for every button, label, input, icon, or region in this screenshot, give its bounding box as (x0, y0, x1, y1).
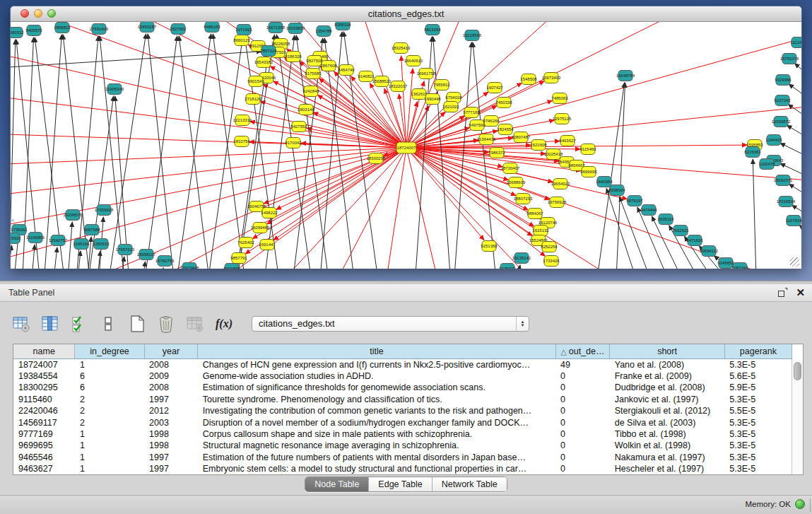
cell-short[interactable]: Stergiakouli et al. (2012) (610, 405, 725, 416)
clear-rows-icon[interactable] (98, 314, 118, 334)
cell-title[interactable]: Disruption of a novel member of a sodium… (198, 417, 555, 428)
cell-pagerank[interactable]: 5.3E-5 (724, 428, 792, 440)
cell-short[interactable]: Hescheler et al. (1997) (610, 463, 725, 474)
column-header-short[interactable]: short (610, 344, 725, 358)
graph-edge[interactable] (252, 148, 406, 238)
cell-in_degree[interactable]: 1 (75, 358, 144, 370)
cell-in_degree[interactable]: 6 (75, 382, 144, 393)
left-splitter-arrow[interactable]: ◂ (11, 216, 16, 224)
graph-edge[interactable] (11, 52, 261, 69)
table-row[interactable]: 1456911722003Disruption of a novel membe… (13, 417, 792, 428)
cell-year[interactable]: 1997 (144, 452, 198, 463)
graph-edge[interactable] (406, 148, 801, 269)
network-view-canvas[interactable]: 1872400718300295866012389129541822605898… (11, 22, 801, 269)
cell-short[interactable]: Wolkin et al. (1998) (610, 440, 725, 451)
column-header-in_degree[interactable]: in_degree (75, 344, 144, 358)
cell-out_degree[interactable]: 0 (555, 417, 610, 428)
graph-edge[interactable] (28, 22, 406, 148)
graph-edge[interactable] (143, 262, 146, 269)
column-header-name[interactable]: name (13, 344, 75, 358)
cell-year[interactable]: 1997 (144, 463, 198, 474)
cell-short[interactable]: Franke et al. (2009) (610, 370, 725, 382)
table-settings-icon[interactable] (11, 314, 31, 334)
cell-year[interactable]: 2009 (144, 370, 198, 382)
table-header-row[interactable]: namein_degreeyeartitle△out_de…shortpager… (13, 344, 792, 358)
cell-title[interactable]: Investigating the contribution of common… (198, 405, 555, 416)
graph-edge[interactable] (753, 159, 756, 269)
cell-pagerank[interactable]: 5.9E-5 (724, 382, 792, 393)
cell-title[interactable]: Structural magnetic resonance image aver… (198, 440, 555, 451)
graph-edge[interactable] (276, 148, 406, 209)
graph-edge[interactable] (597, 83, 625, 269)
cell-name[interactable]: 9115460 (13, 394, 75, 405)
new-file-icon[interactable] (127, 314, 147, 334)
delete-icon[interactable] (156, 314, 176, 334)
table-row[interactable]: 1872400712008Changes of HCN gene express… (13, 358, 792, 370)
cell-short[interactable]: Tibbo et al. (1998) (610, 428, 725, 440)
cell-title[interactable]: Estimation of the future numbers of pati… (198, 452, 555, 463)
graph-edge[interactable] (14, 148, 406, 269)
graph-edge[interactable] (452, 42, 471, 269)
graph-edge[interactable] (205, 37, 243, 269)
cell-pagerank[interactable]: 5.3E-5 (724, 452, 792, 463)
table-body[interactable]: 1872400712008Changes of HCN gene express… (13, 358, 792, 475)
cell-in_degree[interactable]: 1 (75, 452, 144, 463)
cell-name[interactable]: 9777169 (13, 428, 75, 440)
graph-edge[interactable] (100, 36, 127, 269)
tab-edge-table[interactable]: Edge Table (369, 477, 432, 491)
table-row[interactable]: 946554611997Estimation of the future num… (13, 452, 792, 463)
graph-edge[interactable] (161, 268, 163, 269)
graph-edge[interactable] (788, 105, 801, 120)
cell-year[interactable]: 2008 (144, 382, 198, 393)
table-row[interactable]: 977716911998Corpus callosum shape and si… (13, 428, 792, 440)
graph-edge[interactable] (787, 125, 801, 140)
cell-short[interactable]: Nakamura et al. (1997) (610, 452, 725, 463)
cell-title[interactable]: Genome-wide association studies in ADHD. (198, 370, 555, 382)
cell-name[interactable]: 14569117 (13, 417, 75, 428)
cell-out_degree[interactable]: 49 (555, 358, 610, 370)
graph-edge[interactable] (267, 148, 406, 224)
window-resize-grip[interactable] (790, 257, 799, 267)
cell-out_degree[interactable]: 0 (555, 394, 610, 405)
graph-edge[interactable] (406, 22, 728, 148)
cell-pagerank[interactable]: 5.3E-5 (724, 394, 792, 405)
network-window-titlebar[interactable]: citations_edges.txt (11, 6, 801, 22)
cell-name[interactable]: 19384554 (13, 370, 75, 382)
close-panel-icon[interactable]: ✕ (796, 287, 805, 298)
cell-out_degree[interactable]: 0 (555, 382, 610, 393)
column-header-out_degree[interactable]: △out_de… (555, 344, 610, 358)
cell-title[interactable]: Corpus callosum shape and size in male p… (198, 428, 555, 440)
column-header-pagerank[interactable]: pagerank (724, 344, 792, 358)
cell-out_degree[interactable]: 0 (555, 370, 610, 382)
table-scrollbar-thumb[interactable] (794, 362, 801, 380)
graph-edge[interactable] (141, 36, 177, 269)
graph-edge[interactable] (406, 30, 801, 148)
network-table-select[interactable]: citations_edges.txt ▲▼ (252, 316, 529, 332)
graph-edge[interactable] (11, 148, 406, 214)
graph-edge[interactable] (115, 96, 131, 269)
cell-year[interactable]: 1997 (144, 394, 198, 405)
graph-edge[interactable] (780, 143, 801, 158)
graph-edge[interactable] (261, 35, 295, 269)
cell-name[interactable]: 18300295 (13, 382, 75, 393)
column-header-year[interactable]: year (144, 344, 198, 358)
table-row[interactable]: 1938455462009Genome-wide association stu… (13, 370, 792, 382)
graph-edge[interactable] (54, 247, 57, 269)
column-header-title[interactable]: title (198, 344, 555, 358)
cell-year[interactable]: 1998 (144, 440, 198, 451)
node-table[interactable]: namein_degreeyeartitle△out_de…shortpager… (13, 344, 792, 475)
cell-out_degree[interactable]: 0 (555, 405, 610, 416)
cell-short[interactable]: Dudbridge et al. (2008) (610, 382, 725, 393)
cell-name[interactable]: 22420046 (13, 405, 75, 416)
memory-status-indicator[interactable] (795, 499, 805, 509)
cell-year[interactable]: 2008 (144, 358, 198, 370)
cell-short[interactable]: de Silva et al. (2003) (610, 417, 725, 428)
network-window[interactable]: citations_edges.txt 18724007183002958660… (10, 6, 802, 269)
cell-pagerank[interactable]: 5.3E-5 (724, 463, 792, 474)
graph-edge[interactable] (173, 34, 211, 269)
cell-in_degree[interactable]: 1 (75, 428, 144, 440)
cell-pagerank[interactable]: 5.3E-5 (724, 440, 792, 451)
table-scrollbar[interactable] (792, 359, 803, 474)
cell-name[interactable]: 9463627 (13, 463, 75, 474)
cell-pagerank[interactable]: 5.6E-5 (724, 370, 792, 382)
